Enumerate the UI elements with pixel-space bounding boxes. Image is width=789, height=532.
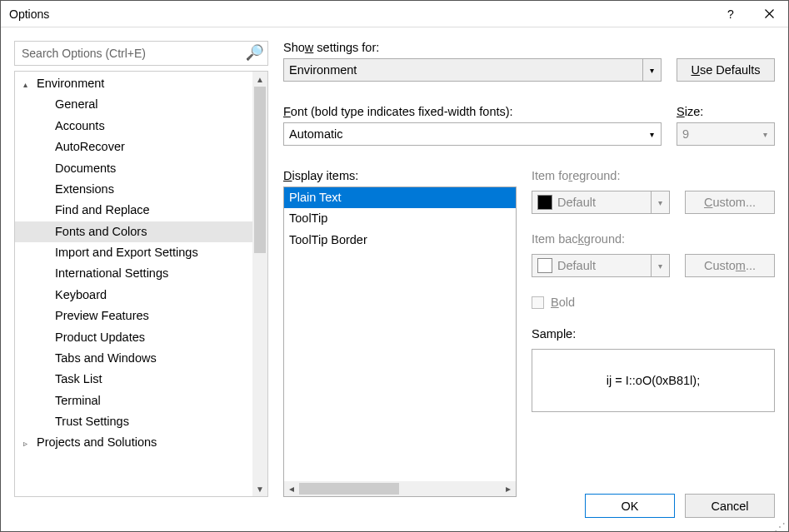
tree-node-projects[interactable]: ▹Projects and Solutions xyxy=(15,432,252,453)
item-fg-label: Item foreground: xyxy=(532,169,775,182)
search-icon: 🔍 xyxy=(246,43,264,62)
tree-node[interactable]: Find and Replace xyxy=(15,200,252,221)
listbox-hscrollbar[interactable]: ◂ ▸ xyxy=(284,481,516,496)
ok-button[interactable]: OK xyxy=(585,494,675,518)
scroll-down-icon[interactable]: ▼ xyxy=(252,481,267,496)
chevron-down-icon: ▾ xyxy=(651,191,669,213)
cancel-button[interactable]: Cancel xyxy=(685,494,775,518)
caret-right-icon: ▹ xyxy=(23,436,33,451)
tree-node[interactable]: Tabs and Windows xyxy=(15,348,252,369)
search-input[interactable] xyxy=(15,42,267,65)
tree-node[interactable]: Product Updates xyxy=(15,327,252,348)
list-item[interactable]: ToolTip Border xyxy=(284,230,516,251)
checkbox-box xyxy=(532,296,544,309)
tree-node[interactable]: Documents xyxy=(15,158,252,179)
font-select[interactable]: Automatic ▾ xyxy=(283,122,662,146)
help-button[interactable]: ? xyxy=(712,1,750,27)
close-button[interactable] xyxy=(750,1,788,27)
close-icon xyxy=(765,9,774,18)
caret-down-icon: ▴ xyxy=(23,77,33,92)
tree-node[interactable]: AutoRecover xyxy=(15,137,252,157)
chevron-down-icon: ▾ xyxy=(651,255,669,276)
resize-grip[interactable]: ⋰ xyxy=(775,518,787,530)
tree-node[interactable]: Import and Export Settings xyxy=(15,242,252,263)
tree-node[interactable]: Preview Features xyxy=(15,306,252,326)
tree-node-environment[interactable]: ▴Environment xyxy=(15,73,252,94)
item-fg-select[interactable]: Default ▾ xyxy=(532,191,670,214)
sample-box: ij = I::oO(0xB81l); xyxy=(532,349,775,412)
size-select[interactable]: 9 ▾ xyxy=(677,122,775,146)
font-label: Font (bold type indicates fixed-width fo… xyxy=(283,105,662,118)
show-settings-select[interactable]: Environment ▾ xyxy=(283,58,662,82)
tree-node[interactable]: Keyboard xyxy=(15,285,252,306)
display-items-label: Display items: xyxy=(283,169,517,182)
scroll-right-icon[interactable]: ▸ xyxy=(501,483,516,495)
scroll-left-icon[interactable]: ◂ xyxy=(284,483,299,495)
bold-checkbox[interactable]: Bold xyxy=(532,296,775,309)
fg-custom-button[interactable]: Custom... xyxy=(685,191,775,214)
scroll-up-icon[interactable]: ▲ xyxy=(252,72,267,87)
size-label: Size: xyxy=(677,105,775,118)
tree-node[interactable]: Task List xyxy=(15,369,252,390)
color-swatch xyxy=(537,195,552,210)
color-swatch xyxy=(537,258,552,273)
tree-node[interactable]: International Settings xyxy=(15,263,252,284)
tree-node[interactable]: General xyxy=(15,94,252,115)
chevron-down-icon: ▾ xyxy=(756,123,774,145)
bg-custom-button[interactable]: Custom... xyxy=(685,254,775,277)
tree-node[interactable]: Terminal xyxy=(15,390,252,411)
tree-node[interactable]: Extensions xyxy=(15,179,252,200)
chevron-down-icon: ▾ xyxy=(642,59,661,81)
tree-node[interactable]: Accounts xyxy=(15,116,252,137)
item-bg-select[interactable]: Default ▾ xyxy=(532,254,670,277)
window-title: Options xyxy=(9,7,712,21)
options-tree[interactable]: ▴Environment General Accounts AutoRecove… xyxy=(14,71,268,497)
list-item[interactable]: Plain Text xyxy=(284,187,516,208)
show-settings-label: Show settings for: xyxy=(283,41,662,54)
chevron-down-icon: ▾ xyxy=(642,123,661,145)
tree-scrollbar[interactable]: ▲ ▼ xyxy=(252,72,267,496)
tree-node-fonts-colors[interactable]: Fonts and Colors xyxy=(15,221,252,242)
tree-node[interactable]: Trust Settings xyxy=(15,411,252,432)
display-items-listbox[interactable]: Plain Text ToolTip ToolTip Border ◂ ▸ xyxy=(283,186,517,497)
list-item[interactable]: ToolTip xyxy=(284,208,516,229)
sample-label: Sample: xyxy=(532,327,775,341)
item-bg-label: Item background: xyxy=(532,232,775,246)
use-defaults-button[interactable]: Use Defaults xyxy=(677,58,775,82)
scrollbar-thumb[interactable] xyxy=(299,483,399,495)
scrollbar-thumb[interactable] xyxy=(254,87,266,253)
